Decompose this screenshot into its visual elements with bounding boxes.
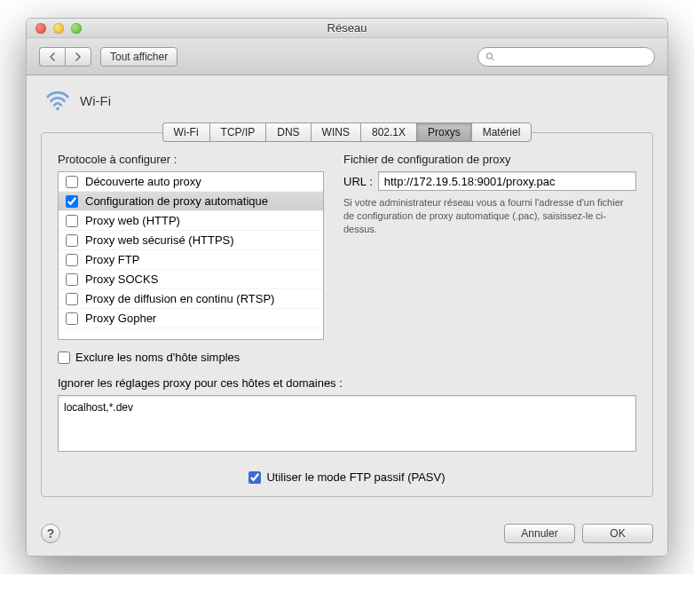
protocol-checkbox[interactable] — [66, 234, 78, 247]
protocol-label-text: Proxy FTP — [85, 253, 139, 266]
section-header: Wi-Fi — [41, 86, 653, 115]
config-column: Fichier de configuration de proxy URL : … — [343, 153, 636, 340]
protocol-checkbox[interactable] — [66, 254, 78, 266]
protocol-label-text: Proxy de diffusion en continu (RTSP) — [85, 292, 274, 305]
window-title: Réseau — [27, 21, 667, 35]
protocol-label-text: Proxy SOCKS — [85, 272, 158, 286]
section-title: Wi-Fi — [80, 93, 111, 108]
protocol-row-auto-config[interactable]: Configuration de proxy automatique — [59, 192, 323, 211]
tab-8021x[interactable]: 802.1X — [360, 122, 416, 142]
tab-materiel[interactable]: Matériel — [471, 122, 532, 142]
cancel-label: Annuler — [521, 527, 557, 540]
exclude-simple-row: Exclure les noms d'hôte simples — [58, 351, 636, 364]
url-input[interactable] — [378, 171, 636, 191]
config-hint: Si votre administrateur réseau vous a fo… — [343, 196, 636, 236]
url-row: URL : — [343, 171, 636, 191]
svg-point-2 — [56, 107, 59, 110]
close-icon[interactable] — [35, 23, 46, 34]
window-controls — [27, 23, 82, 34]
protocol-label-text: Configuration de proxy automatique — [85, 194, 268, 208]
tab-proxys[interactable]: Proxys — [416, 122, 471, 142]
protocol-list[interactable]: Découverte auto proxy Configuration de p… — [58, 171, 324, 340]
tab-wins[interactable]: WINS — [311, 122, 360, 142]
pasv-row: Utiliser le mode FTP passif (PASV) — [58, 470, 636, 484]
pasv-checkbox[interactable] — [248, 471, 261, 484]
protocol-checkbox[interactable] — [66, 195, 78, 208]
svg-line-1 — [492, 58, 494, 60]
tab-tcpip[interactable]: TCP/IP — [209, 122, 266, 142]
svg-point-0 — [486, 52, 492, 58]
forward-button[interactable] — [65, 47, 91, 67]
protocol-row-socks[interactable]: Proxy SOCKS — [59, 270, 323, 289]
search-input[interactable] — [499, 51, 647, 63]
preferences-window: Réseau Tout afficher — [26, 18, 668, 557]
protocol-label-text: Proxy Gopher — [85, 312, 156, 325]
show-all-label: Tout afficher — [110, 51, 168, 63]
protocol-checkbox[interactable] — [66, 293, 78, 305]
exclude-simple-checkbox[interactable] — [58, 351, 70, 364]
url-label: URL : — [343, 175, 373, 188]
search-field[interactable] — [477, 47, 655, 67]
exclude-simple-label: Exclure les noms d'hôte simples — [75, 351, 240, 364]
bypass-label: Ignorer les réglages proxy pour ces hôte… — [58, 376, 636, 390]
protocol-row-ftp[interactable]: Proxy FTP — [59, 250, 323, 270]
bypass-textarea[interactable] — [58, 395, 636, 452]
ok-label: OK — [610, 527, 625, 540]
protocol-row-https[interactable]: Proxy web sécurisé (HTTPS) — [59, 231, 323, 250]
protocol-row-rtsp[interactable]: Proxy de diffusion en continu (RTSP) — [59, 289, 323, 309]
titlebar: Réseau — [27, 19, 667, 38]
toolbar: Tout afficher — [27, 38, 667, 75]
minimize-icon[interactable] — [53, 23, 64, 34]
chevron-left-icon — [49, 52, 56, 61]
protocol-checkbox[interactable] — [66, 273, 78, 286]
protocol-checkbox[interactable] — [66, 215, 78, 227]
proxy-panel: Protocole à configurer : Découverte auto… — [41, 132, 653, 497]
tab-bar: Wi-Fi TCP/IP DNS WINS 802.1X Proxys Maté… — [41, 122, 653, 142]
content-area: Wi-Fi Wi-Fi TCP/IP DNS WINS 802.1X Proxy… — [27, 75, 667, 513]
pasv-label: Utiliser le mode FTP passif (PASV) — [266, 470, 445, 484]
protocol-checkbox[interactable] — [66, 176, 78, 188]
wifi-icon — [44, 86, 71, 115]
protocol-checkbox[interactable] — [66, 312, 78, 325]
cancel-button[interactable]: Annuler — [504, 524, 575, 543]
show-all-button[interactable]: Tout afficher — [100, 47, 177, 67]
protocol-row-gopher[interactable]: Proxy Gopher — [59, 309, 323, 328]
chevron-right-icon — [75, 52, 82, 61]
tab-wifi[interactable]: Wi-Fi — [162, 122, 209, 142]
ok-button[interactable]: OK — [582, 524, 653, 543]
nav-buttons — [39, 47, 91, 67]
tab-dns[interactable]: DNS — [265, 122, 310, 142]
protocol-label: Protocole à configurer : — [58, 153, 324, 166]
protocol-label-text: Proxy web (HTTP) — [85, 214, 180, 227]
config-title: Fichier de configuration de proxy — [343, 153, 636, 166]
protocol-label-text: Proxy web sécurisé (HTTPS) — [85, 233, 234, 247]
search-icon — [485, 51, 495, 62]
protocol-row-auto-discovery[interactable]: Découverte auto proxy — [59, 172, 323, 192]
protocol-label-text: Découverte auto proxy — [85, 175, 201, 188]
footer: ? Annuler OK — [27, 513, 667, 556]
back-button[interactable] — [39, 47, 65, 67]
protocol-row-http[interactable]: Proxy web (HTTP) — [59, 211, 323, 231]
zoom-icon[interactable] — [71, 23, 82, 34]
protocol-column: Protocole à configurer : Découverte auto… — [58, 153, 324, 340]
help-button[interactable]: ? — [41, 524, 60, 543]
